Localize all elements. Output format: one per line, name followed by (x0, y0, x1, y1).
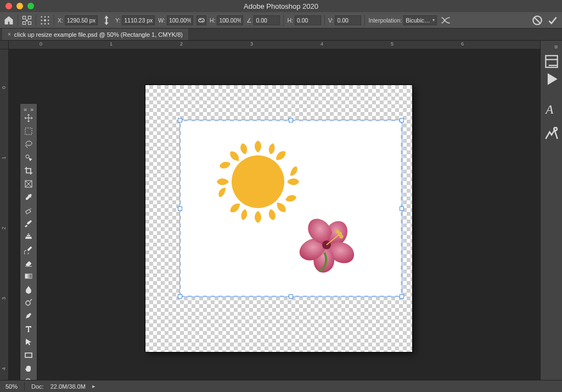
rotate-field: ∠ (246, 15, 280, 25)
transform-y-field: Y: (115, 15, 155, 25)
horizontal-ruler[interactable]: 0123456 (9, 41, 540, 49)
ruler-tick: 2 (1, 227, 7, 229)
skew-h-input[interactable] (295, 15, 321, 25)
zoom-level[interactable]: 50% (5, 383, 18, 390)
document-canvas[interactable] (145, 85, 412, 352)
ruler-tick: 5 (391, 41, 394, 47)
canvas-area[interactable]: «» ••• (9, 49, 540, 380)
svg-point-26 (26, 301, 30, 305)
document-tabs: × click up resize example file.psd @ 50%… (0, 29, 562, 41)
tools-panel-grip[interactable]: «» (24, 106, 33, 109)
maximize-window-button[interactable] (27, 3, 34, 9)
status-bar: 50% Doc: 22.0M/38.0M ▸ (0, 380, 562, 392)
cancel-transform-icon[interactable] (531, 14, 543, 26)
aspect-link-icon[interactable] (196, 15, 206, 25)
angle-input[interactable] (254, 15, 280, 25)
svg-rect-18 (25, 128, 32, 135)
blur-tool[interactable] (21, 283, 36, 296)
x-input[interactable] (65, 15, 98, 25)
minimize-window-button[interactable] (16, 3, 23, 9)
separator (283, 15, 284, 26)
frame-tool[interactable] (21, 177, 36, 191)
svg-rect-0 (23, 16, 26, 19)
rectangle-tool[interactable] (21, 349, 36, 362)
warp-mode-icon[interactable] (440, 15, 451, 26)
svg-point-32 (232, 155, 284, 208)
crop-tool[interactable] (21, 164, 36, 177)
play-icon[interactable] (543, 71, 560, 87)
separator (36, 15, 36, 26)
options-bar: X: Y: W: H: ∠ H: V: Interpolation: Bicub… (0, 12, 562, 29)
svg-line-17 (535, 17, 541, 23)
move-tool[interactable] (21, 111, 36, 125)
ruler-origin[interactable] (0, 41, 9, 49)
zoom-tool[interactable] (21, 375, 36, 380)
reference-point-grid-icon[interactable] (40, 15, 50, 26)
h-label: H: (210, 17, 216, 24)
layers-panel-icon[interactable] (543, 54, 560, 69)
w-input[interactable] (167, 15, 193, 25)
pen-tool[interactable] (21, 309, 36, 322)
titlebar: Adobe Photoshop 2020 (0, 0, 562, 12)
vertical-ruler[interactable]: 01234 (0, 49, 9, 380)
status-flyout-icon[interactable]: ▸ (92, 383, 95, 390)
brush-tool[interactable] (21, 217, 36, 230)
quick-selection-tool[interactable] (21, 151, 36, 164)
path-selection-tool[interactable] (21, 335, 36, 349)
transform-w-field: W: (158, 15, 193, 25)
hand-tool[interactable] (21, 362, 36, 375)
panel-menu-icon[interactable]: ≡ (543, 42, 560, 52)
svg-point-37 (340, 236, 343, 238)
interpolation-field: Interpolation: Bicubic… (368, 15, 436, 25)
close-window-button[interactable] (5, 3, 12, 9)
interpolation-select[interactable]: Bicubic… (403, 15, 436, 25)
svg-rect-23 (26, 209, 31, 214)
skew-v-input[interactable] (335, 15, 361, 25)
history-brush-tool[interactable] (21, 243, 36, 256)
artwork (181, 121, 401, 295)
w-label: W: (158, 17, 165, 24)
h-input[interactable] (217, 15, 243, 25)
separator (24, 383, 25, 390)
skew-h-field: H: (287, 15, 321, 25)
svg-point-11 (41, 23, 43, 25)
svg-marker-14 (104, 15, 109, 20)
svg-point-10 (48, 19, 49, 21)
tools-panel: «» ••• (20, 103, 37, 380)
type-tool[interactable] (21, 322, 36, 335)
document-tab[interactable]: × click up resize example file.psd @ 50%… (2, 29, 188, 40)
character-panel-icon[interactable]: A (543, 101, 560, 116)
rectangular-marquee-tool[interactable] (21, 125, 36, 138)
transform-h-field: H: (210, 15, 244, 25)
workspace: 0123456 01234 «» ••• (0, 41, 562, 380)
dodge-tool[interactable] (21, 296, 36, 309)
layer-rectangle-1[interactable] (181, 121, 401, 295)
right-panel-dock: ≡ A (540, 41, 562, 380)
ruler-tick: 4 (321, 41, 323, 47)
svg-point-28 (26, 379, 30, 380)
spot-healing-brush-tool[interactable] (21, 204, 36, 217)
gradient-tool[interactable] (21, 270, 36, 283)
doc-size-value: 22.0M/38.0M (50, 383, 86, 390)
svg-point-8 (41, 19, 43, 21)
close-tab-icon[interactable]: × (8, 31, 11, 37)
transform-x-field: X: (58, 15, 98, 25)
ruler-tick: 1 (1, 156, 7, 159)
window-controls (0, 3, 34, 9)
clone-stamp-tool[interactable] (21, 230, 36, 243)
ruler-tick: 6 (461, 41, 464, 47)
adjustments-panel-icon[interactable] (543, 126, 560, 142)
skew-v-field: V: (328, 15, 362, 25)
eraser-tool[interactable] (21, 256, 36, 270)
doc-size-label: Doc: (31, 383, 44, 390)
commit-transform-icon[interactable] (547, 14, 559, 26)
lasso-tool[interactable] (21, 138, 36, 151)
reference-point-icon[interactable] (21, 15, 32, 26)
ruler-tick: 1 (110, 41, 113, 47)
swap-xy-icon[interactable] (101, 15, 112, 26)
skew-h-label: H: (287, 17, 293, 24)
y-input[interactable] (122, 15, 155, 25)
interpolation-label: Interpolation: (368, 17, 402, 24)
eyedropper-tool[interactable] (21, 191, 36, 204)
home-icon[interactable] (3, 15, 14, 26)
